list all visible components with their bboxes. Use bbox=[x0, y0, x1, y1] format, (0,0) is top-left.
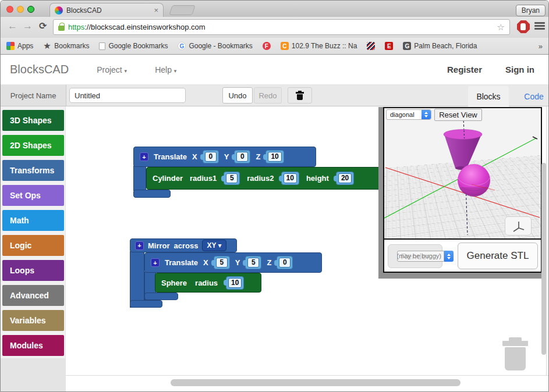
minimize-window-button[interactable] bbox=[17, 6, 24, 13]
bookmark-bank[interactable] bbox=[367, 42, 375, 50]
bookmark-label: Google - Bookmarks bbox=[189, 42, 252, 50]
sidebar-item-variables[interactable]: Variables bbox=[2, 310, 64, 331]
browser-tab[interactable]: BlocksCAD × bbox=[49, 3, 164, 17]
translate-block[interactable]: + Translate X 0 Y 0 Z 10 bbox=[133, 147, 316, 167]
browser-window: BlocksCAD × Bryan ← → ⟳ https ://blocksc… bbox=[0, 0, 549, 392]
undo-button[interactable]: Undo bbox=[222, 87, 253, 104]
close-window-button[interactable] bbox=[6, 6, 13, 13]
url-scheme: https bbox=[68, 23, 84, 31]
select-stepper-icon[interactable] bbox=[444, 251, 454, 262]
zoom-window-button[interactable] bbox=[27, 6, 34, 13]
adblock-extension-icon[interactable] bbox=[517, 20, 530, 33]
sidebar-item-transforms[interactable]: Transforms bbox=[2, 160, 64, 181]
sidebar-lower-panel bbox=[1, 358, 65, 392]
bookmark-google-bookmarks[interactable]: Google Bookmarks bbox=[99, 42, 168, 50]
mutator-plus-icon[interactable]: + bbox=[151, 258, 160, 267]
bookmark-buzz[interactable]: C 102.9 The Buzz :: Na bbox=[281, 42, 357, 50]
bookmark-google[interactable]: G Google - Bookmarks bbox=[178, 42, 252, 50]
sidebar-item-math[interactable]: Math bbox=[2, 210, 64, 231]
trash-icon bbox=[296, 91, 304, 100]
cylinder-block[interactable]: Cylinder radius1 5 radius2 10 height 20 bbox=[146, 167, 381, 190]
translate-block[interactable]: + Translate X 5 Y 5 Z 0 bbox=[144, 252, 322, 273]
menu-help[interactable]: Help ▾ bbox=[155, 65, 176, 74]
render-canvas[interactable]: diagonal Reset View bbox=[384, 108, 541, 238]
register-link[interactable]: Register bbox=[447, 65, 482, 74]
view-preset-select[interactable]: diagonal bbox=[386, 109, 431, 120]
bookmark-e-site[interactable]: E bbox=[385, 42, 393, 50]
horizontal-scrollbar[interactable] bbox=[171, 379, 461, 386]
translate-block-spine[interactable] bbox=[133, 166, 146, 191]
mutator-plus-icon[interactable]: + bbox=[135, 241, 144, 250]
workspace-bottom-border bbox=[66, 375, 548, 376]
main-area: 3D Shapes 2D Shapes Transforms Set Ops M… bbox=[1, 106, 548, 392]
translate-block-foot[interactable] bbox=[133, 190, 171, 198]
buzz-icon: C bbox=[281, 42, 289, 50]
tab-close-icon[interactable]: × bbox=[154, 6, 158, 15]
translate-block-foot[interactable] bbox=[144, 293, 178, 300]
value-input-radius[interactable]: 10 bbox=[226, 276, 244, 290]
mutator-plus-icon[interactable]: + bbox=[140, 152, 148, 161]
redo-button[interactable]: Redo bbox=[254, 87, 282, 104]
sidebar-item-advanced[interactable]: Advanced bbox=[2, 285, 64, 306]
value-input-z[interactable]: 10 bbox=[265, 150, 284, 163]
generate-stl-button[interactable]: Generate STL bbox=[458, 243, 538, 269]
value-input-y[interactable]: 0 bbox=[234, 150, 250, 163]
blockscad-favicon-icon bbox=[55, 6, 63, 15]
workspace-right-border bbox=[546, 106, 547, 376]
value-input-radius1[interactable]: 5 bbox=[224, 172, 240, 185]
value-input-x[interactable]: 0 bbox=[203, 150, 219, 163]
page-icon bbox=[99, 42, 105, 50]
bookmarks-overflow-icon[interactable]: » bbox=[539, 42, 543, 51]
bookmark-f-site[interactable]: F bbox=[263, 42, 271, 50]
mirror-block[interactable]: + Mirror across XY ▾ bbox=[130, 238, 237, 252]
bookmark-palm-beach[interactable]: G Palm Beach, Florida bbox=[403, 42, 477, 50]
tab-title: BlocksCAD bbox=[66, 6, 154, 15]
viewport-resize-handle-vertical[interactable] bbox=[378, 107, 383, 273]
axes-toggle-button[interactable] bbox=[505, 216, 532, 236]
f-icon: F bbox=[263, 42, 271, 50]
profile-button[interactable]: Bryan bbox=[516, 5, 546, 16]
address-bar[interactable]: https ://blockscad.einsteinsworkshop.com… bbox=[53, 19, 510, 35]
forward-icon[interactable]: → bbox=[23, 20, 33, 32]
back-icon[interactable]: ← bbox=[8, 20, 17, 32]
bookmark-star-icon[interactable]: ☆ bbox=[497, 22, 505, 33]
project-name-input[interactable] bbox=[69, 88, 186, 103]
sidebar-item-logic[interactable]: Logic bbox=[2, 235, 64, 256]
sidebar-item-set-ops[interactable]: Set Ops bbox=[2, 185, 64, 206]
value-input-z[interactable]: 0 bbox=[277, 256, 293, 269]
project-toolbar: Project Name Undo Redo Blocks Code bbox=[1, 85, 548, 106]
bookmark-label: Google Bookmarks bbox=[108, 42, 168, 50]
sign-in-link[interactable]: Sign in bbox=[505, 65, 534, 74]
sidebar-item-3d-shapes[interactable]: 3D Shapes bbox=[2, 110, 64, 131]
value-input-x[interactable]: 5 bbox=[214, 256, 230, 269]
resolution-select[interactable]: render (may be buggy) bbox=[397, 251, 444, 262]
value-input-height[interactable]: 20 bbox=[336, 172, 354, 185]
bookmark-bookmarks[interactable]: ★ Bookmarks bbox=[43, 41, 89, 51]
vertical-scrollbar[interactable] bbox=[541, 163, 546, 355]
titlebar: BlocksCAD × Bryan bbox=[1, 1, 548, 17]
value-input-y[interactable]: 5 bbox=[245, 256, 261, 269]
tab-code[interactable]: Code bbox=[520, 86, 547, 106]
reload-icon[interactable]: ⟳ bbox=[39, 20, 47, 31]
tab-blocks[interactable]: Blocks bbox=[468, 86, 509, 106]
bookmark-apps[interactable]: Apps bbox=[6, 42, 33, 50]
plane-dropdown[interactable]: XY ▾ bbox=[202, 240, 226, 251]
mirror-block-spine[interactable] bbox=[130, 251, 144, 308]
workspace-trash-icon[interactable] bbox=[502, 337, 529, 371]
field-label-y: Y bbox=[224, 152, 229, 161]
value-input-radius2[interactable]: 10 bbox=[281, 172, 299, 185]
field-label-across: across bbox=[174, 241, 199, 250]
sphere-block[interactable]: Sphere radius 10 bbox=[155, 273, 261, 293]
sidebar-item-2d-shapes[interactable]: 2D Shapes bbox=[2, 135, 64, 156]
ssl-lock-icon bbox=[58, 26, 65, 31]
sidebar-item-modules[interactable]: Modules bbox=[2, 335, 64, 356]
apps-grid-icon bbox=[6, 42, 15, 50]
viewport-resize-handle-horizontal[interactable] bbox=[378, 273, 542, 279]
delete-all-button[interactable] bbox=[288, 87, 312, 104]
mirror-block-foot[interactable] bbox=[130, 300, 162, 308]
sidebar-item-loops[interactable]: Loops bbox=[2, 260, 64, 281]
chrome-menu-icon[interactable] bbox=[534, 22, 545, 31]
reset-view-button[interactable]: Reset View bbox=[434, 109, 482, 121]
new-tab-button[interactable] bbox=[169, 5, 196, 15]
menu-project[interactable]: Project ▾ bbox=[97, 65, 127, 74]
